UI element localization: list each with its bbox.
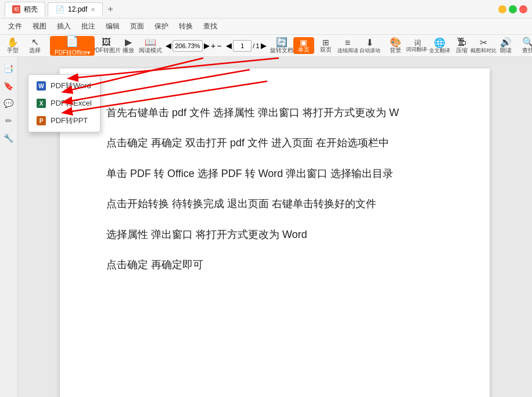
search-icon: 🔍 xyxy=(522,38,533,47)
continuous-read-button[interactable]: ≡ 连续阅读 xyxy=(337,37,358,55)
zoom-out-button[interactable]: ◀ xyxy=(166,41,171,50)
doc-line-3: 单击 PDF 转 Office 选择 PDF 转 Word 弹出窗口 选择输出目… xyxy=(106,164,443,183)
compress-button[interactable]: 🗜 压缩 xyxy=(451,37,472,55)
page-navigation: ◀ / 1 ▶ xyxy=(226,40,266,52)
menu-annotate[interactable]: 批注 xyxy=(77,20,100,33)
page-total-sep: / xyxy=(253,42,254,49)
menu-view[interactable]: 视图 xyxy=(28,20,51,33)
menu-page[interactable]: 页面 xyxy=(125,20,149,33)
page-input[interactable] xyxy=(233,40,251,52)
document-page: 首先右键单击 pdf 文件 选择属性 弹出窗口 将打开方式更改为 W 点击确定 … xyxy=(60,68,490,397)
excel-icon: X xyxy=(37,99,46,108)
ppt-label: PDF转PPT xyxy=(51,116,88,126)
translate-button[interactable]: 词 词词翻译· xyxy=(407,38,428,53)
menu-convert[interactable]: 转换 xyxy=(174,20,197,33)
menu-find[interactable]: 查找 xyxy=(199,20,222,33)
tab-daoke[interactable]: 稻 稻壳 xyxy=(5,2,45,17)
dropdown-item-excel[interactable]: X PDF转Excel xyxy=(28,95,100,112)
background-label: 背景 xyxy=(390,48,401,53)
zoom-input[interactable] xyxy=(172,40,203,52)
hand-label: 手型 xyxy=(7,48,19,53)
sidebar-comment-icon[interactable]: 💬 xyxy=(1,96,16,110)
read-aloud-button[interactable]: 🔊 朗读 xyxy=(495,37,516,55)
doc-line-2: 点击确定 再确定 双击打开 pdf 文件 进入页面 在开始选项栏中 xyxy=(106,133,443,152)
window-controls xyxy=(498,5,527,13)
select-label: 选择 xyxy=(29,48,41,53)
play-label: 播放 xyxy=(123,48,134,53)
window-minimize[interactable] xyxy=(498,5,506,13)
reading-label: 阅读模式 xyxy=(139,48,162,53)
menu-edit[interactable]: 编辑 xyxy=(101,20,124,33)
double-page-label: 双页 xyxy=(320,47,332,53)
pdf-office-dropdown: W PDF转Word X PDF转Excel P PDF转PPT xyxy=(28,74,100,132)
dropdown-item-ppt[interactable]: P PDF转PPT xyxy=(28,112,100,129)
dropdown-item-word[interactable]: W PDF转Word xyxy=(28,77,100,95)
tab-add-button[interactable]: + xyxy=(105,4,115,15)
zoom-minus-button[interactable]: − xyxy=(217,41,221,50)
menu-bar: 文件 视图 插入 批注 编辑 页面 保护 转换 查找 xyxy=(0,19,532,35)
tab-pdf[interactable]: 📄 12.pdf ✕ xyxy=(48,2,103,16)
page-prev-button[interactable]: ◀ xyxy=(226,41,232,50)
menu-file[interactable]: 文件 xyxy=(3,20,27,33)
zoom-in-button[interactable]: ▶ xyxy=(204,41,210,50)
continuous-icon: ≡ xyxy=(345,38,350,48)
translate-full-button[interactable]: 🌐 全文翻译 xyxy=(429,37,450,55)
single-page-button[interactable]: ▣ 单页 xyxy=(293,37,314,54)
auto-scroll-label: 自动滚动 xyxy=(360,48,380,53)
single-page-label: 单页 xyxy=(298,47,310,53)
pdf-office-label: PDF转Office▾ xyxy=(55,49,90,57)
pdf-image-label: PDF转图片 xyxy=(92,48,121,53)
doc-line-5: 选择属性 弹出窗口 将打开方式更改为 Word xyxy=(106,225,443,244)
reading-icon: 📖 xyxy=(145,38,156,47)
pdf-to-office-button[interactable]: 📄 PDF转Office▾ xyxy=(50,36,95,56)
search-label: 查找 xyxy=(522,48,533,53)
translate-full-label: 全文翻译 xyxy=(429,48,450,53)
window-close[interactable] xyxy=(519,5,527,13)
window-maximize[interactable] xyxy=(509,5,517,13)
title-bar: 稻 稻壳 📄 12.pdf ✕ + xyxy=(0,0,532,19)
double-page-button[interactable]: ⊞ 双页 xyxy=(315,37,336,54)
translate-label: 词词翻译· xyxy=(406,47,429,52)
tab-close-icon[interactable]: ✕ xyxy=(91,6,95,13)
translate-icon: 词 xyxy=(414,39,421,46)
menu-insert[interactable]: 插入 xyxy=(52,20,76,33)
doc-line-4: 点击开始转换 待转换完成 退出页面 右键单击转换好的文件 xyxy=(106,194,443,213)
zoom-controls: ◀ ▶ + − xyxy=(166,40,221,52)
word-icon: W xyxy=(37,81,46,91)
background-icon: 🎨 xyxy=(390,38,401,47)
sidebar-edit-icon[interactable]: ✏ xyxy=(3,114,15,128)
play-icon: ▶ xyxy=(125,38,132,47)
single-page-icon: ▣ xyxy=(300,38,307,46)
double-page-icon: ⊞ xyxy=(322,38,329,46)
ppt-icon: P xyxy=(37,116,46,125)
search-button[interactable]: 🔍 查找 xyxy=(517,37,533,55)
toolbar: ✋ 手型 ↖ 选择 📄 PDF转Office▾ 🖼 PDF转图片 ▶ 播放 📖 … xyxy=(0,35,532,57)
rotate-button[interactable]: 🔄 旋转文档 xyxy=(271,37,292,55)
sidebar-bookmark-icon[interactable]: 🔖 xyxy=(1,79,16,93)
continuous-label: 连续阅读 xyxy=(337,48,358,53)
translate-full-icon: 🌐 xyxy=(434,38,445,48)
excel-label: PDF转Excel xyxy=(51,98,92,109)
background-button[interactable]: 🎨 背景 xyxy=(385,37,406,55)
page-next-button[interactable]: ▶ xyxy=(261,41,267,50)
sidebar-tools-icon[interactable]: 🔧 xyxy=(1,131,16,145)
zoom-plus-button[interactable]: + xyxy=(211,41,215,50)
compress-icon: 🗜 xyxy=(457,38,466,47)
sidebar-pages-icon[interactable]: 📑 xyxy=(1,62,16,75)
tab-pdf-icon: 📄 xyxy=(55,5,64,14)
play-button[interactable]: ▶ 播放 xyxy=(118,37,139,55)
menu-protect[interactable]: 保护 xyxy=(150,20,173,33)
read-aloud-label: 朗读 xyxy=(500,48,512,53)
auto-scroll-icon: ⬇ xyxy=(366,38,373,48)
read-aloud-icon: 🔊 xyxy=(500,38,512,47)
doc-line-6: 点击确定 再确定即可 xyxy=(106,255,443,274)
pdf-office-icon: 📄 xyxy=(66,35,78,48)
auto-scroll-button[interactable]: ⬇ 自动滚动 xyxy=(360,37,380,55)
hand-icon: ✋ xyxy=(7,38,19,47)
tool-select[interactable]: ↖ 选择 xyxy=(24,37,45,55)
pdf-to-image-button[interactable]: 🖼 PDF转图片 xyxy=(96,37,117,55)
reading-mode-button[interactable]: 📖 阅读模式 xyxy=(140,37,161,55)
sidebar: 📑 🔖 💬 ✏ 🔧 xyxy=(0,57,17,397)
screenshot-button[interactable]: ✂ 截图和对比 xyxy=(473,37,494,55)
tool-hand[interactable]: ✋ 手型 xyxy=(2,37,23,55)
